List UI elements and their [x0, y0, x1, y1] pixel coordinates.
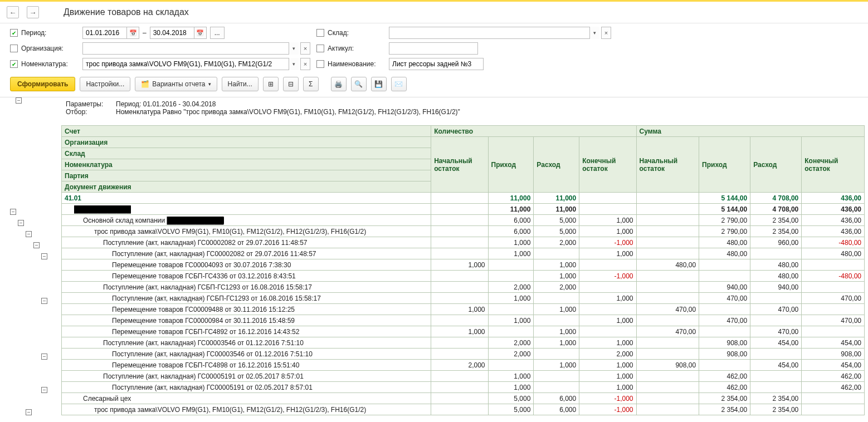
table-row[interactable]: Поступление (акт, накладная) ГС00003546 … — [62, 349, 865, 360]
row-name-cell: Перемещение товаров ГС00000984 от 30.11.… — [62, 315, 431, 326]
sklad-checkbox[interactable] — [316, 29, 324, 37]
th-schet: Счет — [62, 126, 431, 137]
generate-button[interactable]: Сформировать — [10, 77, 75, 91]
row-name-cell: Перемещение товаров ГСБП-ГС4898 от 16.12… — [62, 360, 431, 371]
row-name-cell: 41.01 — [62, 193, 431, 204]
collapse-all-button[interactable]: ⊟ — [283, 77, 299, 91]
sklad-input[interactable] — [389, 27, 589, 39]
chevron-down-icon: ▾ — [208, 81, 211, 87]
tree-toggle[interactable]: – — [41, 253, 47, 259]
nomen-checkbox[interactable] — [10, 60, 18, 68]
tree-toggle[interactable]: – — [10, 209, 16, 215]
header: ← → Движение товаров на складах — [0, 2, 868, 23]
table-row[interactable]: Поступление (акт, накладная) ГС00002082 … — [62, 237, 865, 248]
th-doc: Документ движения — [62, 181, 431, 193]
th-s-out: Расход — [750, 137, 802, 193]
nav-forward-button[interactable]: → — [27, 6, 39, 18]
row-name-cell: трос привода замка\VOLVO FM9(G1), FM10(G… — [62, 226, 431, 237]
tree-toggle[interactable]: – — [26, 409, 32, 415]
org-label: Организация: — [21, 45, 64, 52]
name-input[interactable] — [389, 58, 484, 70]
artikul-checkbox[interactable] — [316, 45, 324, 52]
date-to-input[interactable] — [150, 27, 194, 39]
table-row[interactable]: ████████████11,00011,0005 144,004 708,00… — [62, 204, 865, 215]
org-checkbox[interactable] — [10, 45, 18, 52]
settings-button[interactable]: Настройки... — [80, 77, 130, 91]
table-row[interactable]: Поступление (акт, накладная) ГС00002082 … — [62, 248, 865, 259]
table-row[interactable]: трос привода замка\VOLVO FM9(G1), FM10(G… — [62, 226, 865, 237]
table-row[interactable]: Поступление (акт, накладная) ГС00005191 … — [62, 371, 865, 382]
table-row[interactable]: Слесарный цех5,0006,000-1,0002 354,002 3… — [62, 393, 865, 404]
table-row[interactable]: трос привода замка\VOLVO FM9(G1), FM10(G… — [62, 404, 865, 415]
th-q-in: Приход — [488, 137, 534, 193]
artikul-label: Актикул: — [328, 45, 354, 52]
org-dropdown-icon[interactable]: ▾ — [289, 42, 299, 55]
th-s-end: Конечный остаток — [802, 137, 865, 193]
th-q-out: Расход — [534, 137, 579, 193]
row-name-cell: трос привода замка\VOLVO FM9(G1), FM10(G… — [62, 404, 431, 415]
th-q-start: Начальный остаток — [431, 137, 488, 193]
row-name-cell: Поступление (акт, накладная) ГС00003546 … — [62, 349, 431, 360]
tree-toggle[interactable]: – — [33, 242, 40, 248]
tree-toggle[interactable]: – — [18, 220, 24, 226]
email-button[interactable]: ✉️ — [391, 77, 407, 91]
nomen-input[interactable] — [82, 58, 289, 70]
row-name-cell: Поступление (акт, накладная) ГС00002082 … — [62, 237, 431, 248]
tree-toggle[interactable]: – — [41, 354, 47, 360]
toolbar: Сформировать Настройки... 🗂️Варианты отч… — [0, 73, 868, 97]
nomen-dropdown-icon[interactable]: ▾ — [289, 58, 299, 70]
artikul-input[interactable] — [389, 42, 478, 55]
th-s-start: Начальный остаток — [636, 137, 699, 193]
tree-toggle[interactable]: – — [26, 231, 32, 237]
table-row[interactable]: 41.0111,00011,0005 144,004 708,00436,00 — [62, 193, 865, 204]
table-row[interactable]: Перемещение товаров ГСБП-ГС4336 от 03.12… — [62, 271, 865, 282]
table-row[interactable]: Поступление (акт, накладная) ГС00005191 … — [62, 382, 865, 393]
table-row[interactable]: Перемещение товаров ГС00009488 от 30.11.… — [62, 304, 865, 315]
tree-toggle[interactable]: – — [41, 387, 47, 393]
th-partia: Партия — [62, 170, 431, 181]
table-row[interactable]: Перемещение товаров ГС00000984 от 30.11.… — [62, 315, 865, 326]
table-row[interactable]: Перемещение товаров ГСБП-ГС4898 от 16.12… — [62, 360, 865, 371]
table-row[interactable]: Перемещение товаров ГСБП-ГС4892 от 16.12… — [62, 326, 865, 337]
find-button[interactable]: Найти... — [222, 77, 259, 91]
table-row[interactable]: Поступление (акт, накладная) ГСБП-ГС1293… — [62, 282, 865, 293]
th-s-in: Приход — [699, 137, 750, 193]
calendar-from-icon[interactable]: 📅 — [127, 27, 139, 39]
report-params: Параметры:Период: 01.01.2016 - 30.04.201… — [61, 97, 865, 119]
name-checkbox[interactable] — [316, 60, 324, 68]
save-button[interactable]: 💾 — [371, 77, 387, 91]
variants-button[interactable]: 🗂️Варианты отчета▾ — [135, 77, 217, 91]
table-row[interactable]: Основной склад компании ████████████6,00… — [62, 215, 865, 226]
nomen-label: Номенклатура: — [21, 60, 68, 68]
period-ellipsis-button[interactable]: ... — [210, 27, 225, 39]
org-clear-button[interactable]: × — [300, 42, 310, 55]
table-row[interactable]: Поступление (акт, накладная) ГСБП-ГС1293… — [62, 293, 865, 304]
report-table: Счет Количество Сумма Организация Началь… — [61, 125, 865, 415]
row-name-cell: Поступление (акт, накладная) ГС00002082 … — [62, 248, 431, 259]
table-row[interactable]: Перемещение товаров ГС00004093 от 30.07.… — [62, 259, 865, 271]
preview-button[interactable]: 🔍 — [351, 77, 367, 91]
date-from-input[interactable] — [82, 27, 127, 39]
row-name-cell: Поступление (акт, накладная) ГСБП-ГС1293… — [62, 282, 431, 293]
org-input[interactable] — [82, 42, 289, 55]
period-checkbox[interactable] — [10, 29, 18, 37]
sklad-label: Склад: — [328, 29, 349, 37]
table-row[interactable]: Поступление (акт, накладная) ГС00003546 … — [62, 337, 865, 349]
print-button[interactable]: 🖨️ — [331, 77, 347, 91]
variants-icon: 🗂️ — [141, 80, 149, 88]
sum-button[interactable]: Σ — [303, 77, 319, 91]
nomen-clear-button[interactable]: × — [300, 58, 310, 70]
sklad-dropdown-icon[interactable]: ▾ — [589, 27, 599, 39]
nav-back-button[interactable]: ← — [7, 6, 19, 18]
calendar-to-icon[interactable]: 📅 — [194, 27, 207, 39]
period-label: Период: — [21, 29, 46, 37]
row-name-cell: ████████████ — [62, 204, 431, 215]
th-q-end: Конечный остаток — [579, 137, 636, 193]
tree-toggle[interactable]: – — [41, 298, 47, 304]
th-qty-group: Количество — [431, 126, 636, 137]
sklad-clear-button[interactable]: × — [601, 27, 611, 39]
row-name-cell: Поступление (акт, накладная) ГС00005191 … — [62, 382, 431, 393]
expand-all-button[interactable]: ⊞ — [263, 77, 279, 91]
filters-panel: Период: 📅 – 📅 ... Склад: ▾× Организация:… — [0, 23, 868, 73]
tree-toggle[interactable]: – — [16, 97, 22, 104]
